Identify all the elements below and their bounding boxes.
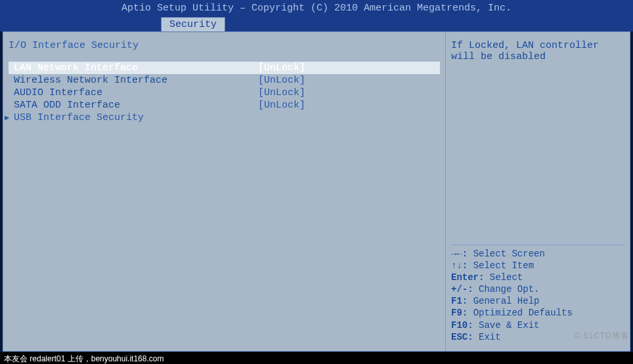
- setting-label: LAN Network Interface: [9, 62, 258, 73]
- submenu-usb-interface-security[interactable]: ▶ USB Interface Security: [9, 111, 440, 124]
- key-select-screen: →←: Select Screen: [451, 248, 624, 260]
- setting-lan-network-interface[interactable]: LAN Network Interface [UnLock]: [9, 62, 440, 74]
- setting-value: [UnLock]: [258, 87, 305, 98]
- key-select-item: ↑↓: Select Item: [451, 260, 624, 272]
- setting-label: AUDIO Interface: [9, 87, 258, 98]
- setting-value: [UnLock]: [258, 62, 305, 73]
- setting-label: Wireless Network Interface: [9, 75, 258, 86]
- section-title: I/O Interface Security: [9, 40, 440, 51]
- key-f9: F9: Optimized Defaults: [451, 307, 624, 319]
- caption: 本友会 redalert01 上传，benyouhui.it168.com: [0, 352, 633, 364]
- key-f10: F10: Save & Exit: [451, 319, 624, 331]
- main-panel: I/O Interface Security LAN Network Inter…: [3, 32, 446, 351]
- header-title: Aptio Setup Utility – Copyright (C) 2010…: [121, 3, 512, 14]
- tab-bar: Security: [0, 17, 633, 31]
- bios-header: Aptio Setup Utility – Copyright (C) 2010…: [0, 0, 633, 17]
- help-keys: →←: Select Screen ↑↓: Select Item Enter:…: [451, 248, 624, 344]
- help-text: If Locked, LAN controller will be disabl…: [451, 40, 624, 62]
- bios-frame: I/O Interface Security LAN Network Inter…: [3, 31, 630, 352]
- submenu-label: USB Interface Security: [10, 112, 144, 123]
- setting-label: SATA ODD Interface: [9, 100, 258, 111]
- key-enter: Enter: Select: [451, 272, 624, 283]
- setting-sata-odd-interface[interactable]: SATA ODD Interface [UnLock]: [9, 99, 440, 111]
- key-change-opt: +/-: Change Opt.: [451, 283, 624, 295]
- key-f1: F1: General Help: [451, 295, 624, 307]
- help-panel: If Locked, LAN controller will be disabl…: [446, 32, 630, 351]
- tab-security[interactable]: Security: [161, 17, 225, 32]
- submenu-arrow-icon: ▶: [5, 113, 10, 123]
- setting-value: [UnLock]: [258, 75, 305, 86]
- setting-wireless-network-interface[interactable]: Wireless Network Interface [UnLock]: [9, 74, 440, 87]
- setting-value: [UnLock]: [258, 100, 305, 111]
- help-divider: [451, 245, 624, 245]
- setting-audio-interface[interactable]: AUDIO Interface [UnLock]: [9, 87, 440, 99]
- watermark: © 51CTO博客: [574, 331, 629, 342]
